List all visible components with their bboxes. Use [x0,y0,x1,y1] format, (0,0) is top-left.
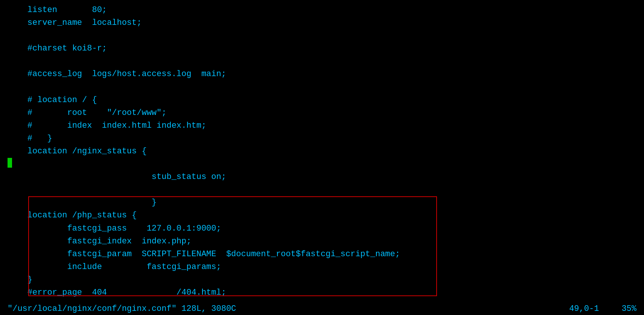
line-21: include fastcgi_params; [8,261,636,274]
code-text: } [8,198,157,207]
code-text: # index index.html index.htm; [8,121,206,130]
code-text: } [8,275,32,284]
line-10: # index index.html index.htm; [8,119,636,132]
code-text: #access_log logs/host.access.log main; [8,69,226,79]
highlight-region: } location /php_status { fastcgi_pass 12… [8,196,636,286]
line-cursor [8,158,636,171]
scroll-percent: 35% [621,304,636,313]
code-text: fastcgi_param SCRIPT_FILENAME $document_… [8,249,400,259]
code-text: server_name localhost; [8,18,142,28]
line-16: } [8,196,636,209]
cursor [8,158,12,168]
status-right: 49,0-1 35% [569,304,636,313]
line-5 [8,55,636,68]
line-7 [8,81,636,94]
file-info: "/usr/local/nginx/conf/nginx.conf" 128L,… [8,304,236,313]
cursor-position: 49,0-1 [569,304,599,313]
line-20: fastcgi_param SCRIPT_FILENAME $document_… [8,248,636,261]
line-1: listen 80; [8,4,636,17]
line-22: } [8,274,636,286]
line-3 [8,29,636,42]
code-area: listen 80; server_name localhost; #chars… [0,4,644,315]
line-14: stub_status on; [8,171,636,183]
code-text: location /php_status { [8,211,137,220]
line-6: #access_log logs/host.access.log main; [8,68,636,81]
line-18: fastcgi_pass 127.0.0.1:9000; [8,222,636,235]
code-text: location /nginx_status { [8,147,147,156]
line-8: # location / { [8,94,636,107]
code-text: fastcgi_index index.php; [8,237,191,246]
code-text: include fastcgi_params; [8,262,221,272]
line-23: #error_page 404 /404.html; [8,286,636,299]
status-bar: "/usr/local/nginx/conf/nginx.conf" 128L,… [0,303,644,315]
line-19: fastcgi_index index.php; [8,235,636,248]
code-text: #charset koi8-r; [8,44,107,53]
code-text: # location / { [8,95,97,105]
line-9: # root "/root/www"; [8,107,636,119]
line-2: server_name localhost; [8,17,636,29]
code-text: listen 80; [8,5,107,15]
line-17: location /php_status { [8,209,636,222]
code-text: # root "/root/www"; [8,108,166,118]
editor: listen 80; server_name localhost; #chars… [0,0,644,315]
line-15 [8,183,636,196]
code-text: #error_page 404 /404.html; [8,288,226,297]
code-text: fastcgi_pass 127.0.0.1:9000; [8,224,221,233]
code-text: stub_status on; [8,172,226,182]
line-11: # } [8,132,636,145]
line-12: location /nginx_status { [8,145,636,158]
code-text: # } [8,134,52,143]
line-4: #charset koi8-r; [8,42,636,55]
